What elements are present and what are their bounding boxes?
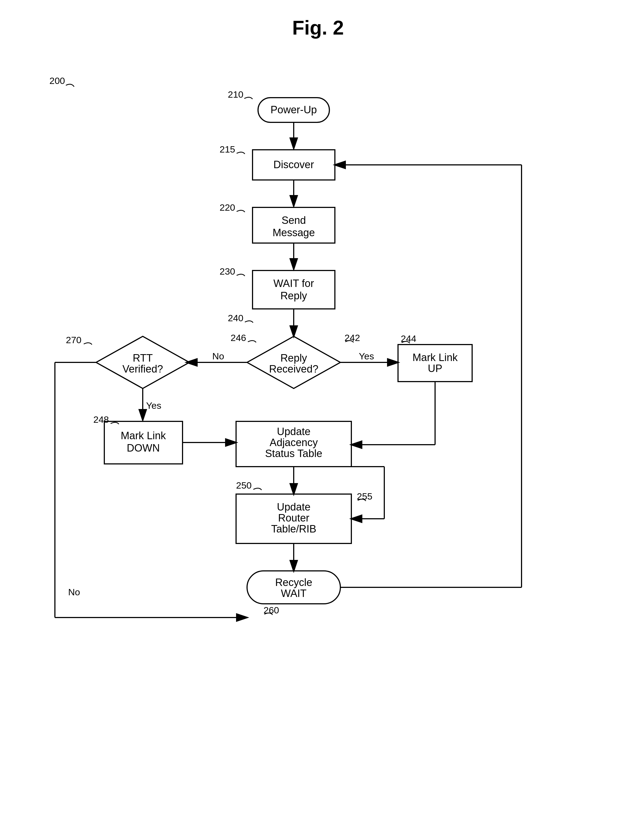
update-router-label: Update [277,501,311,513]
wait-reply-label: WAIT for [274,278,314,289]
ref-250: 250 [236,480,252,491]
discover-label: Discover [274,159,314,171]
ref-240: 240 [228,313,244,323]
yes-rtt-label: Yes [146,400,161,411]
update-adjacency-label2: Adjacency [269,437,318,448]
update-adjacency-label: Update [277,426,311,437]
update-router-label3: Table/RIB [271,523,316,535]
mark-link-up-label: Mark Link [413,352,458,363]
mark-link-up-label2: UP [428,363,443,374]
update-adjacency-label3: Status Table [265,448,322,459]
wait-reply-label2: Reply [280,290,307,302]
yes-reply-label: Yes [359,351,374,361]
ref-270: 270 [66,335,82,345]
rtt-verified-label: RTT [133,352,153,364]
ref-248: 248 [93,414,109,425]
no-reply-label: No [212,351,224,361]
wait-reply-shape [253,270,335,309]
send-message-label: Send [282,215,306,226]
ref-246: 246 [231,333,246,343]
ref-200: 200 [49,76,65,86]
mark-link-down-label2: DOWN [127,442,160,454]
ref-220: 220 [220,202,235,213]
diagram-container: 200 210 Power-Up 215 Discover 220 Send M… [0,44,636,840]
rtt-verified-label2: Verified? [122,363,163,375]
reply-received-label2: Received? [269,363,318,375]
ref-215: 215 [220,144,235,155]
ref-230: 230 [220,266,235,276]
no-label-left: No [68,587,80,597]
reply-received-label: Reply [280,352,307,364]
mark-link-down-label: Mark Link [121,430,166,441]
page-title: Fig. 2 [0,0,636,39]
recycle-wait-label2: WAIT [281,587,307,599]
power-up-label: Power-Up [271,104,317,115]
recycle-wait-label: Recycle [275,576,312,588]
update-router-label2: Router [278,512,309,524]
ref-210: 210 [228,89,244,99]
send-message-label2: Message [272,227,315,238]
